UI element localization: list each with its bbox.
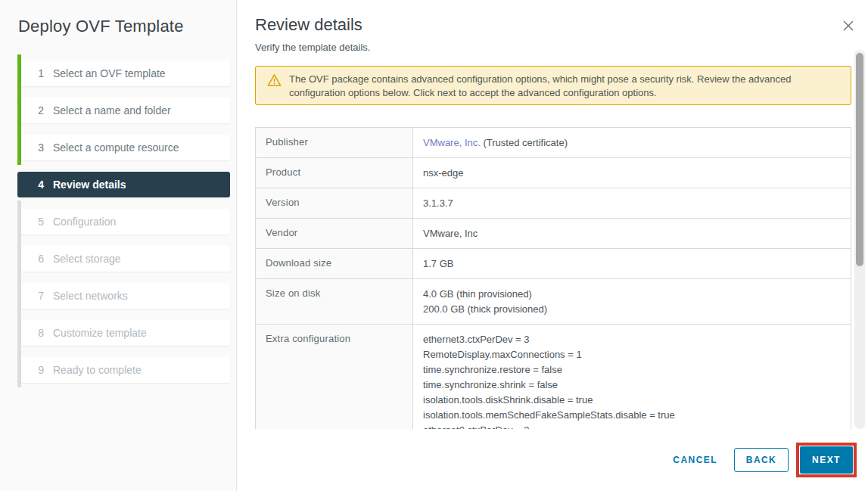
table-row: PublisherVMware, Inc. (Trusted certifica… xyxy=(256,128,851,158)
warning-banner: The OVF package contains advanced config… xyxy=(255,66,851,105)
row-value: nsx-edge xyxy=(413,158,851,188)
page-title: Review details xyxy=(237,0,868,35)
scrollbar-track[interactable] xyxy=(854,50,865,429)
value-line: VMware, Inc xyxy=(423,226,843,241)
wizard-steps-sidebar: Deploy OVF Template 1Select an OVF templ… xyxy=(0,0,237,491)
deploy-ovf-template-dialog: Deploy OVF Template 1Select an OVF templ… xyxy=(0,0,868,491)
template-details-table: PublisherVMware, Inc. (Trusted certifica… xyxy=(255,127,851,429)
step-number: 7 xyxy=(35,290,44,302)
step-label: Configuration xyxy=(53,216,116,228)
wizard-step-8: 8Customize template xyxy=(21,320,230,346)
step-label: Review details xyxy=(53,179,126,191)
step-label: Select a name and folder xyxy=(53,104,171,117)
value-line: 3.1.3.7 xyxy=(423,196,843,211)
step-number: 3 xyxy=(35,141,44,154)
wizard-step-2[interactable]: 2Select a name and folder xyxy=(21,98,230,123)
step-label: Select an OVF template xyxy=(53,67,166,79)
table-row: Download size1.7 GB xyxy=(256,249,851,279)
step-number: 4 xyxy=(35,179,44,191)
wizard-step-4[interactable]: 4Review details xyxy=(17,172,230,197)
close-icon[interactable] xyxy=(842,20,854,32)
wizard-step-5: 5Configuration xyxy=(21,209,230,235)
cancel-button[interactable]: CANCEL xyxy=(673,455,717,465)
warning-triangle-icon xyxy=(267,73,282,90)
value-line: time.synchronize.shrink = false xyxy=(423,378,843,393)
step-number: 1 xyxy=(35,67,44,79)
row-label: Download size xyxy=(256,249,413,279)
step-label: Ready to complete xyxy=(53,364,142,376)
warning-text: The OVF package contains advanced config… xyxy=(289,71,842,100)
table-row: Size on disk4.0 GB (thin provisioned)200… xyxy=(256,279,851,325)
step-number: 5 xyxy=(35,216,44,228)
value-line: isolation.tools.memSchedFakeSampleStats.… xyxy=(423,408,843,423)
step-number: 8 xyxy=(35,327,44,339)
row-value: ethernet3.ctxPerDev = 3RemoteDisplay.max… xyxy=(413,325,851,430)
step-number: 6 xyxy=(35,253,44,265)
publisher-link[interactable]: VMware, Inc. xyxy=(423,137,481,148)
next-button[interactable]: NEXT xyxy=(800,446,853,474)
row-label: Extra configuration xyxy=(256,325,413,430)
row-label: Version xyxy=(256,188,413,219)
value-line: time.synchronize.restore = false xyxy=(423,362,843,378)
row-value: VMware, Inc. (Trusted certificate) xyxy=(413,128,851,158)
scrollbar-thumb[interactable] xyxy=(856,53,863,266)
steps-list: 1Select an OVF template2Select a name an… xyxy=(17,61,230,383)
step-label: Select networks xyxy=(53,290,128,302)
row-label: Publisher xyxy=(256,128,413,158)
wizard-footer: CANCEL BACK NEXT xyxy=(237,429,868,491)
value-line: ethernet0.ctxPerDev = 3 xyxy=(423,423,843,429)
row-value: 1.7 GB xyxy=(413,249,851,279)
wizard-step-1[interactable]: 1Select an OVF template xyxy=(21,61,230,86)
row-label: Vendor xyxy=(256,219,413,249)
publisher-certificate-note: (Trusted certificate) xyxy=(481,137,568,148)
table-row: Extra configurationethernet3.ctxPerDev =… xyxy=(256,325,851,430)
row-value: 3.1.3.7 xyxy=(413,188,851,219)
wizard-step-3[interactable]: 3Select a compute resource xyxy=(21,135,230,160)
row-label: Product xyxy=(256,158,413,188)
step-number: 2 xyxy=(35,104,44,117)
value-line: nsx-edge xyxy=(423,166,843,181)
back-button[interactable]: BACK xyxy=(734,448,789,472)
step-label: Select a compute resource xyxy=(53,141,179,154)
row-label: Size on disk xyxy=(256,279,413,325)
wizard-content-panel: Review details Verify the template detai… xyxy=(237,0,868,491)
table-row: VendorVMware, Inc xyxy=(256,219,851,249)
step-label: Select storage xyxy=(53,253,121,265)
wizard-step-7: 7Select networks xyxy=(21,283,230,309)
value-line: 200.0 GB (thick provisioned) xyxy=(423,302,843,317)
step-number: 9 xyxy=(35,364,44,376)
row-value: VMware, Inc xyxy=(413,219,851,249)
wizard-step-6: 6Select storage xyxy=(21,246,230,272)
value-line: RemoteDisplay.maxConnections = 1 xyxy=(423,347,843,362)
value-line: isolation.tools.diskShrink.disable = tru… xyxy=(423,393,843,408)
wizard-step-9: 9Ready to complete xyxy=(21,357,230,383)
value-line: 1.7 GB xyxy=(423,256,843,272)
next-button-highlight-box: NEXT xyxy=(796,443,857,477)
dialog-title: Deploy OVF Template xyxy=(0,0,236,36)
row-value: 4.0 GB (thin provisioned)200.0 GB (thick… xyxy=(413,279,851,325)
table-row: Productnsx-edge xyxy=(256,158,851,188)
scroll-viewport: The OVF package contains advanced config… xyxy=(255,50,851,429)
value-line: ethernet3.ctxPerDev = 3 xyxy=(423,332,843,347)
table-row: Version3.1.3.7 xyxy=(256,188,851,219)
value-line: 4.0 GB (thin provisioned) xyxy=(423,287,843,302)
step-label: Customize template xyxy=(53,327,147,339)
